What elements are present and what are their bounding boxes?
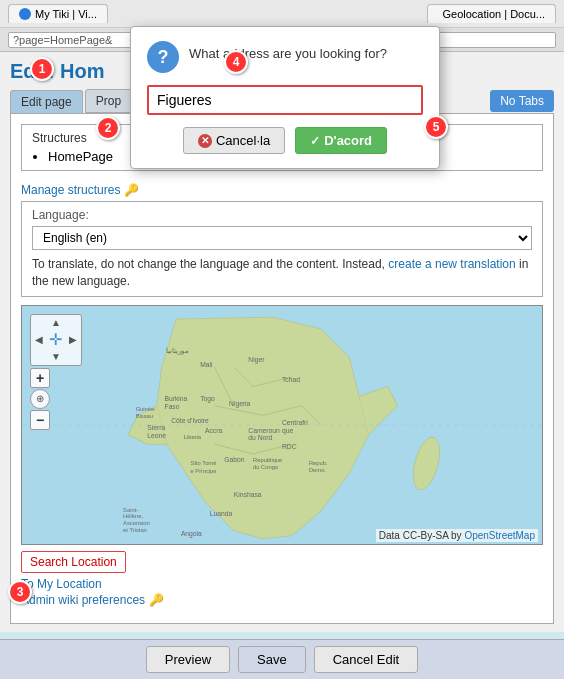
preview-button[interactable]: Preview [146,646,230,673]
key-icon: 🔑 [124,183,139,197]
bottom-action-bar: Preview Save Cancel Edit [0,639,564,679]
annotation-5: 5 [424,115,448,139]
my-location-link[interactable]: To My Location [21,577,543,591]
dialog-cancel-button[interactable]: ✕ Cancel·la [183,127,285,154]
map-controls: ▲ ◀ ✛ ▶ ▼ + ⊕ − [30,314,82,430]
map-background: موريتانيا Mali Niger Tchad Guinée-Bissau… [22,306,542,544]
zoom-controls: + ⊕ − [30,368,82,430]
admin-wiki-link[interactable]: Admin wiki preferences 🔑 [21,593,543,607]
tab-1[interactable]: My Tiki | Vi... [8,4,108,23]
pan-sw[interactable] [31,349,48,365]
address-input[interactable] [147,85,423,115]
save-button[interactable]: Save [238,646,306,673]
tab-bar: My Tiki | Vi... Geolocation | Docu... [0,0,564,28]
manage-structures-link[interactable]: Manage structures 🔑 [21,179,543,201]
cancel-x-icon: ✕ [198,134,212,148]
annotation-2: 2 [96,116,120,140]
ok-label: D'acord [324,133,372,148]
tab2-label: Geolocation | Docu... [442,8,545,20]
zoom-in-button[interactable]: + [30,368,50,388]
pan-n[interactable]: ▲ [48,315,65,331]
pan-center[interactable]: ✛ [48,330,65,349]
svg-text:Nigeria: Nigeria [229,399,251,407]
svg-text:SierraLeone: SierraLeone [147,423,166,438]
dialog-question-text: What address are you looking for? [189,41,387,63]
svg-text:Togo: Togo [200,395,215,403]
language-section: Language: English (en) To translate, do … [21,201,543,297]
cancel-label: Cancel·la [216,133,270,148]
svg-text:RDC: RDC [282,443,297,450]
tab1-icon [19,8,31,20]
admin-key-icon: 🔑 [149,593,164,607]
tab1-label: My Tiki | Vi... [35,8,97,20]
create-translation-link[interactable]: create a new translation [388,257,515,271]
attribution-text: Data CC-By-SA by [379,530,462,541]
svg-text:São Tomée Príncipe: São Tomée Príncipe [191,460,217,474]
no-tabs-button[interactable]: No Tabs [490,90,554,112]
annotation-3: 3 [8,580,32,604]
language-select[interactable]: English (en) [32,226,532,250]
svg-text:Kinshasa: Kinshasa [234,491,262,498]
dialog-ok-button[interactable]: ✓ D'acord [295,127,387,154]
translate-note-text: To translate, do not change the language… [32,257,385,271]
svg-text:موريتانيا: موريتانيا [166,346,189,354]
pan-w[interactable]: ◀ [31,330,48,349]
svg-text:Angola: Angola [181,529,202,537]
annotation-4: 4 [224,50,248,74]
pan-ne[interactable] [64,315,81,331]
tab-2[interactable]: Geolocation | Docu... [427,4,556,23]
svg-text:Tchad: Tchad [282,375,300,382]
cancel-edit-button[interactable]: Cancel Edit [314,646,418,673]
translate-note: To translate, do not change the language… [32,256,532,290]
svg-text:Luanda: Luanda [210,510,233,517]
language-label: Language: [32,208,532,222]
dialog-question-icon: ? [147,41,179,73]
pan-nw[interactable] [31,315,48,331]
search-location-button[interactable]: Search Location [21,551,126,573]
svg-text:Repub.Demo.: Repub.Demo. [309,460,328,473]
osm-link[interactable]: OpenStreetMap [464,530,535,541]
map-attribution: Data CC-By-SA by OpenStreetMap [376,529,538,542]
address-dialog: ? What address are you looking for? ✕ Ca… [130,26,440,169]
dialog-header: ? What address are you looking for? [147,41,423,73]
admin-wiki-label: Admin wiki preferences [21,593,145,607]
dialog-buttons: ✕ Cancel·la ✓ D'acord [147,127,423,154]
tab-edit-page[interactable]: Edit page [10,90,83,113]
svg-text:Accra: Accra [205,426,222,433]
tab-properties[interactable]: Prop [85,89,132,113]
svg-text:Republiquedu Congo: Republiquedu Congo [253,456,282,470]
svg-text:Gabon: Gabon [224,455,244,462]
annotation-1: 1 [30,57,54,81]
question-mark: ? [158,47,169,68]
zoom-indicator: ⊕ [30,389,50,409]
pan-e[interactable]: ▶ [64,330,81,349]
zoom-out-button[interactable]: − [30,410,50,430]
main-panel: Structures HomePage Manage structures 🔑 … [10,113,554,624]
svg-text:Liberia: Liberia [184,434,202,440]
svg-text:Mali: Mali [200,361,213,368]
manage-structures-label: Manage structures [21,183,120,197]
ok-check-icon: ✓ [310,134,320,148]
svg-text:Côte d'Ivoire: Côte d'Ivoire [171,417,209,424]
pan-control: ▲ ◀ ✛ ▶ ▼ [30,314,82,366]
svg-text:Niger: Niger [248,356,265,364]
map-container[interactable]: موريتانيا Mali Niger Tchad Guinée-Bissau… [21,305,543,545]
pan-s[interactable]: ▼ [48,349,65,365]
pan-se[interactable] [64,349,81,365]
below-map: Search Location To My Location Admin wik… [21,545,543,613]
